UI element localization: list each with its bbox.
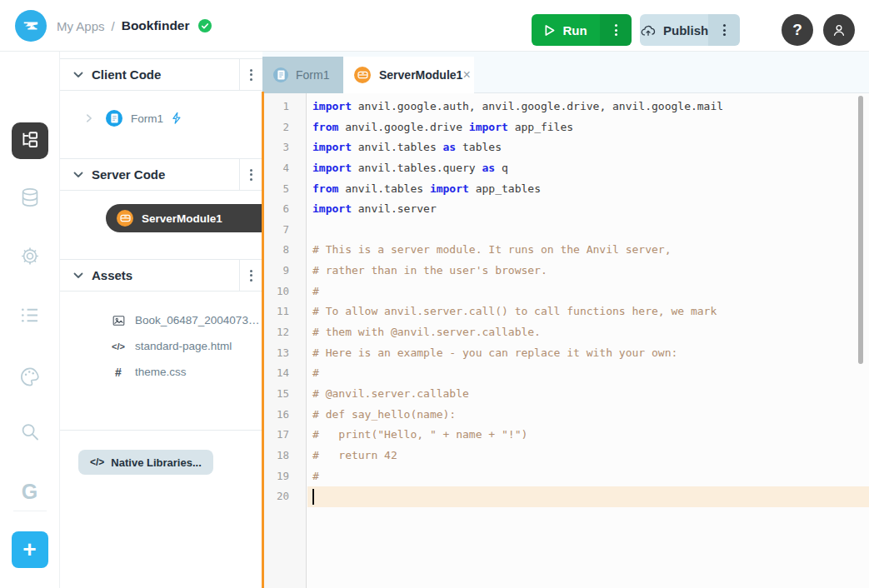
run-button[interactable]: Run	[532, 14, 600, 46]
chevron-down-icon[interactable]	[72, 168, 85, 182]
code-editor[interactable]: 1234567891011121314151617181920 import a…	[264, 93, 869, 588]
line-number: 4	[264, 158, 306, 179]
code-brackets-icon: </>	[90, 456, 104, 468]
list-icon[interactable]	[18, 304, 41, 326]
code-line[interactable]: #	[307, 282, 869, 302]
line-number: 10	[264, 282, 306, 302]
line-number: 1	[264, 97, 306, 117]
line-number: 20	[264, 486, 306, 507]
code-line[interactable]: import anvil.google.auth, anvil.google.d…	[307, 97, 869, 117]
publish-button-group: Publish	[640, 14, 740, 46]
events-bolt-icon[interactable]	[171, 112, 182, 125]
user-icon	[831, 22, 847, 38]
css-file-icon: #	[110, 366, 127, 379]
line-number: 3	[264, 137, 306, 158]
form-icon	[273, 67, 288, 82]
activity-divider	[13, 511, 47, 511]
line-number: 17	[264, 425, 306, 446]
code-line[interactable]: import anvil.tables.query as q	[307, 158, 869, 179]
anvil-icon	[22, 17, 40, 35]
line-number: 16	[264, 405, 306, 426]
tree-item-label: theme.css	[135, 366, 187, 378]
question-icon: ?	[792, 21, 802, 39]
editor-tab-bar: Form1ServerModule1×	[262, 52, 869, 93]
code-line[interactable]: from anvil.tables import app_tables	[307, 179, 869, 200]
app-title: Bookfinder	[122, 18, 190, 33]
tree-section: Server CodeServerModule1	[60, 158, 262, 259]
tree-section-header[interactable]: Server Code	[60, 159, 262, 191]
native-libraries-label: Native Libraries...	[111, 456, 201, 469]
code-line[interactable]: # Here is an example - you can replace i…	[307, 343, 869, 364]
tab-servermodule1[interactable]: ServerModule1×	[343, 57, 474, 93]
code-line[interactable]: from anvil.google.drive import app_files	[307, 117, 869, 138]
database-icon[interactable]	[18, 187, 41, 209]
form-icon	[106, 110, 122, 127]
code-line[interactable]: # To allow anvil.server.call() to call f…	[307, 301, 869, 322]
line-number: 19	[264, 466, 306, 487]
tree-section-menu-button[interactable]	[239, 260, 262, 291]
text-cursor	[312, 489, 314, 505]
tree-item-asset[interactable]: #theme.css	[60, 359, 262, 385]
play-icon	[544, 24, 555, 37]
tab-form1[interactable]: Form1	[262, 57, 343, 93]
tree-item-label: Book_06487_2004073…	[135, 314, 259, 326]
code-lines[interactable]: import anvil.google.auth, anvil.google.d…	[307, 93, 869, 507]
chevron-down-icon[interactable]	[72, 269, 85, 282]
search-icon[interactable]	[18, 421, 41, 443]
native-libraries-button[interactable]: </>Native Libraries...	[78, 450, 213, 475]
code-line[interactable]: # print("Hello, " + name + "!")	[307, 425, 869, 446]
tree-section-header[interactable]: Assets	[60, 260, 262, 292]
code-line[interactable]: # @anvil.server.callable	[307, 384, 869, 405]
publish-options-button[interactable]	[708, 14, 740, 46]
code-line[interactable]: # return 42	[307, 446, 869, 466]
kebab-icon	[250, 169, 252, 181]
anvil-logo[interactable]	[15, 10, 47, 42]
google-icon[interactable]: G	[22, 480, 37, 504]
line-number-gutter: 1234567891011121314151617181920	[264, 93, 307, 588]
chevron-down-icon[interactable]	[72, 68, 85, 82]
tree-item-servermodule1-selected[interactable]: ServerModule1	[106, 204, 262, 232]
help-button[interactable]: ?	[782, 14, 813, 46]
publish-button[interactable]: Publish	[640, 14, 708, 46]
app-browser-icon[interactable]	[12, 122, 48, 159]
run-button-group: Run	[532, 14, 632, 46]
panel-resize-handle[interactable]	[262, 92, 264, 588]
line-number: 14	[264, 363, 306, 384]
tree-item-form1[interactable]: Form1	[60, 103, 262, 133]
code-line[interactable]	[307, 220, 869, 241]
tree-section: Client CodeForm1	[60, 58, 262, 158]
chevron-right-icon[interactable]	[83, 112, 95, 124]
tree-item-label: ServerModule1	[142, 212, 222, 225]
code-line[interactable]: #	[307, 363, 869, 384]
editor-scrollbar[interactable]	[858, 96, 863, 364]
gear-icon[interactable]	[18, 245, 41, 267]
tree-section-menu-button[interactable]	[239, 159, 262, 190]
palette-icon[interactable]	[18, 366, 41, 388]
kebab-icon	[615, 24, 617, 36]
code-line[interactable]: # def say_hello(name):	[307, 405, 869, 426]
add-component-button[interactable]: +	[12, 531, 48, 568]
code-line[interactable]: # This is a server module. It runs on th…	[307, 240, 869, 261]
tree-item-asset[interactable]: Book_06487_2004073…	[60, 307, 262, 333]
line-number: 12	[264, 322, 306, 343]
tree-item-asset[interactable]: </>standard-page.html	[60, 333, 262, 359]
code-line[interactable]: # rather than in the user's browser.	[307, 261, 869, 282]
tree-section-header[interactable]: Client Code	[60, 59, 262, 91]
code-line[interactable]: import anvil.tables as tables	[307, 137, 869, 158]
anvil-editor-window: My Apps / Bookfinder Run Publish	[0, 0, 869, 588]
line-number: 9	[264, 261, 306, 282]
code-line[interactable]: #	[307, 466, 869, 487]
code-line[interactable]	[307, 486, 869, 507]
line-number: 11	[264, 301, 306, 322]
line-number: 18	[264, 446, 306, 466]
code-line[interactable]: # them with @anvil.server.callable.	[307, 322, 869, 343]
breadcrumb-my-apps[interactable]: My Apps	[57, 19, 105, 33]
run-options-button[interactable]	[600, 14, 632, 46]
code-line[interactable]: import anvil.server	[307, 199, 869, 220]
breadcrumb: My Apps / Bookfinder	[57, 0, 212, 52]
line-number: 2	[264, 117, 306, 138]
tree-section-menu-button[interactable]	[239, 59, 262, 90]
kebab-icon	[250, 69, 252, 81]
account-button[interactable]	[823, 14, 855, 46]
close-icon[interactable]: ×	[462, 68, 470, 82]
